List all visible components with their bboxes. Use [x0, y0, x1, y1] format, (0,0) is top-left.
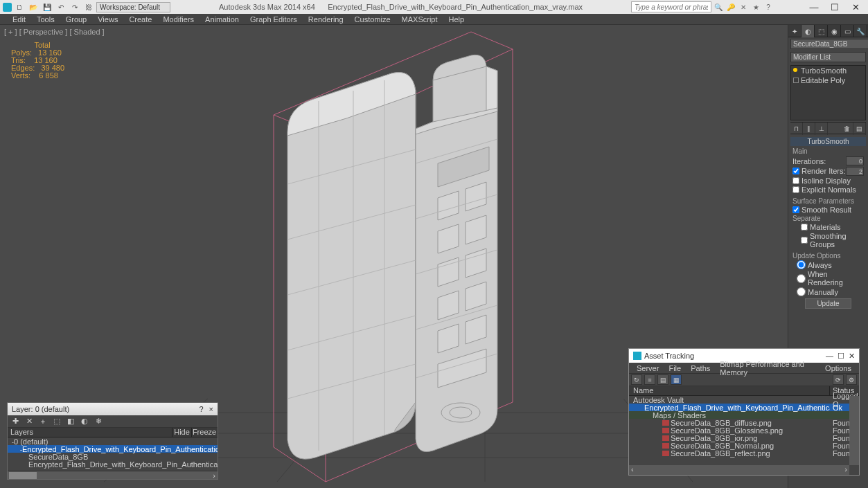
asset-tree[interactable]: Autodesk VaultLogged OEncrypted_Flash_Dr…: [629, 396, 859, 457]
layer-add-sel-icon[interactable]: +: [37, 417, 48, 426]
layer-tree[interactable]: -0 (default)-Encrypted_Flash_Drive_with_…: [8, 437, 218, 468]
menu-maxscript[interactable]: MAXScript: [396, 15, 443, 24]
qat-new-icon[interactable]: 🗋: [13, 1, 26, 12]
asset-menu-options[interactable]: Options: [820, 364, 856, 372]
menu-tools[interactable]: Tools: [31, 15, 60, 24]
asset-menu-file[interactable]: File: [664, 364, 686, 372]
asset-view1-icon[interactable]: ≡: [644, 374, 655, 385]
asset-row[interactable]: SecureData_8GB_reflect.pngFound: [629, 449, 859, 457]
layer-highlight-icon[interactable]: ◧: [65, 417, 76, 426]
layer-select-icon[interactable]: ⬚: [51, 417, 62, 426]
configure-sets-icon[interactable]: ▤: [853, 123, 866, 135]
search-input[interactable]: [631, 1, 711, 12]
tab-display-icon[interactable]: ▭: [841, 25, 854, 37]
asset-minimize-icon[interactable]: —: [826, 352, 833, 361]
asset-tool-a-icon[interactable]: ⟳: [833, 374, 844, 385]
menu-modifiers[interactable]: Modifiers: [157, 15, 200, 24]
menu-animation[interactable]: Animation: [200, 15, 245, 24]
modifier-list-dropdown[interactable]: Modifier List: [790, 52, 866, 62]
window-close-button[interactable]: ✕: [846, 1, 865, 13]
render-iters-spinner[interactable]: [846, 167, 864, 176]
menu-graph-editors[interactable]: Graph Editors: [245, 15, 303, 24]
app-icon[interactable]: [3, 3, 12, 12]
qat-open-icon[interactable]: 📂: [27, 1, 39, 12]
make-unique-icon[interactable]: ⊥: [815, 123, 828, 135]
menu-rendering[interactable]: Rendering: [303, 15, 349, 24]
tab-create-icon[interactable]: ✦: [788, 25, 801, 37]
asset-view2-icon[interactable]: ▤: [657, 374, 668, 385]
layer-row[interactable]: SecureData_8GB: [8, 453, 218, 460]
rollout-turbosmooth-header[interactable]: TurboSmooth: [790, 137, 866, 146]
asset-row[interactable]: SecureData_8GB_Glossines.pngFound: [629, 426, 859, 434]
modifier-editable-poly[interactable]: Editable Poly: [791, 75, 865, 85]
layer-scrollbar-h[interactable]: ›: [8, 471, 218, 479]
viewport-label[interactable]: [ + ] [ Perspective ] [ Shaded ]: [4, 28, 105, 36]
tab-utilities-icon[interactable]: 🔧: [854, 25, 867, 37]
asset-maximize-icon[interactable]: ☐: [838, 352, 844, 361]
layer-new-icon[interactable]: ✚: [10, 417, 21, 426]
menu-group[interactable]: Group: [60, 15, 93, 24]
render-iters-check[interactable]: [792, 168, 799, 174]
update-always-radio[interactable]: [797, 260, 806, 269]
layer-col-hide[interactable]: Hide: [172, 428, 192, 437]
window-maximize-button[interactable]: ☐: [825, 1, 844, 13]
layer-delete-icon[interactable]: ✕: [24, 417, 35, 426]
window-minimize-button[interactable]: —: [804, 1, 824, 13]
asset-row[interactable]: Encrypted_Flash_Drive_with_Keyboard_Pin_…: [629, 404, 859, 411]
qat-redo-icon[interactable]: ↷: [69, 1, 81, 12]
asset-view3-icon[interactable]: ▦: [671, 374, 682, 385]
asset-tool-b-icon[interactable]: ⚙: [846, 374, 857, 385]
pin-stack-icon[interactable]: ⊓: [790, 123, 803, 135]
isoline-check[interactable]: [792, 177, 799, 184]
modifier-stack[interactable]: TurboSmooth Editable Poly: [790, 65, 866, 120]
update-button[interactable]: Update: [805, 298, 851, 309]
qat-undo-icon[interactable]: ↶: [55, 1, 67, 12]
show-end-result-icon[interactable]: ‖: [803, 123, 815, 135]
layer-hide-icon[interactable]: ◐: [79, 417, 90, 426]
update-rendering-radio[interactable]: [797, 274, 806, 283]
layer-row[interactable]: -Encrypted_Flash_Drive_with_Keyboard_Pin…: [8, 445, 218, 453]
asset-scrollbar-h[interactable]: ‹›: [629, 465, 849, 475]
workspace-selector[interactable]: Workspace: Default: [96, 2, 170, 12]
infocenter-exchange-icon[interactable]: ✕: [738, 1, 749, 12]
menu-create[interactable]: Create: [123, 15, 157, 24]
layer-col-freeze[interactable]: Freeze: [192, 428, 217, 437]
remove-modifier-icon[interactable]: 🗑: [841, 123, 853, 135]
layer-col-layers[interactable]: Layers: [8, 428, 172, 437]
smooth-result-check[interactable]: [792, 206, 799, 213]
menu-edit[interactable]: Edit: [7, 15, 31, 24]
layer-panel-titlebar[interactable]: Layer: 0 (default) ? ×: [8, 403, 218, 415]
asset-row[interactable]: SecureData_8GB_ior.pngFound: [629, 434, 859, 442]
asset-col-name[interactable]: Name: [629, 386, 830, 395]
asset-scrollbar-v[interactable]: [849, 396, 859, 465]
infocenter-star-icon[interactable]: ★: [750, 1, 761, 12]
layer-freeze-icon[interactable]: ❄: [93, 417, 104, 426]
menu-customize[interactable]: Customize: [349, 15, 396, 24]
asset-row[interactable]: Autodesk VaultLogged O: [629, 396, 859, 404]
explicit-check[interactable]: [792, 186, 799, 193]
iterations-spinner[interactable]: [846, 156, 864, 165]
materials-check[interactable]: [801, 224, 808, 231]
asset-menu-server[interactable]: Server: [632, 364, 664, 372]
tab-motion-icon[interactable]: ◉: [828, 25, 841, 37]
asset-row[interactable]: SecureData_8GB_diffuse.pngFound: [629, 419, 859, 426]
qat-save-icon[interactable]: 💾: [41, 1, 53, 12]
layer-row[interactable]: -0 (default): [8, 437, 218, 445]
tab-hierarchy-icon[interactable]: ⬚: [815, 25, 828, 37]
asset-menu-bitmap[interactable]: Bitmap Performance and Memory: [715, 360, 820, 377]
layer-row[interactable]: Encrypted_Flash_Drive_with_Keyboard_Pin_…: [8, 460, 218, 468]
layer-close-icon[interactable]: ×: [209, 405, 213, 413]
qat-link-icon[interactable]: ⛓: [82, 1, 95, 12]
infocenter-search-icon[interactable]: 🔍: [713, 1, 724, 12]
update-manually-radio[interactable]: [797, 287, 806, 296]
object-name-field[interactable]: [790, 39, 868, 49]
menu-help[interactable]: Help: [443, 15, 470, 24]
modifier-turbosmooth[interactable]: TurboSmooth: [791, 66, 865, 75]
infocenter-help-icon[interactable]: ?: [763, 1, 774, 12]
layer-help-icon[interactable]: ?: [199, 405, 203, 413]
tab-modify-icon[interactable]: ◐: [801, 25, 815, 37]
menu-views[interactable]: Views: [92, 15, 123, 24]
asset-close-icon[interactable]: ✕: [849, 352, 855, 361]
asset-menu-paths[interactable]: Paths: [686, 364, 715, 372]
asset-row[interactable]: SecureData_8GB_Normal.pngFound: [629, 442, 859, 449]
